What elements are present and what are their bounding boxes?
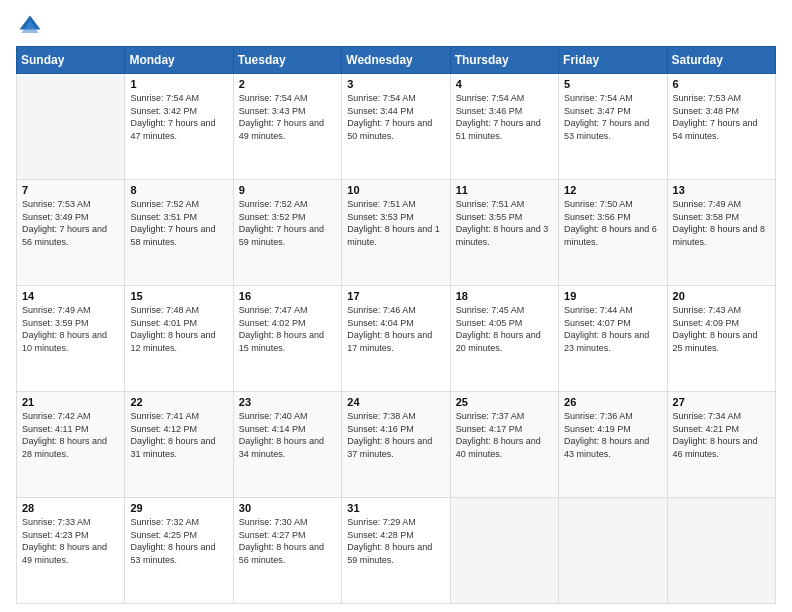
weekday-header-monday: Monday [125, 47, 233, 74]
day-number: 15 [130, 290, 227, 302]
day-number: 18 [456, 290, 553, 302]
weekday-header-row: SundayMondayTuesdayWednesdayThursdayFrid… [17, 47, 776, 74]
cell-info: Sunrise: 7:43 AMSunset: 4:09 PMDaylight:… [673, 304, 770, 354]
day-number: 29 [130, 502, 227, 514]
cell-info: Sunrise: 7:53 AMSunset: 3:49 PMDaylight:… [22, 198, 119, 248]
calendar-cell [450, 498, 558, 604]
day-number: 28 [22, 502, 119, 514]
calendar-cell: 13Sunrise: 7:49 AMSunset: 3:58 PMDayligh… [667, 180, 775, 286]
cell-info: Sunrise: 7:29 AMSunset: 4:28 PMDaylight:… [347, 516, 444, 566]
cell-info: Sunrise: 7:54 AMSunset: 3:46 PMDaylight:… [456, 92, 553, 142]
day-number: 2 [239, 78, 336, 90]
calendar-cell: 24Sunrise: 7:38 AMSunset: 4:16 PMDayligh… [342, 392, 450, 498]
calendar-cell: 26Sunrise: 7:36 AMSunset: 4:19 PMDayligh… [559, 392, 667, 498]
cell-info: Sunrise: 7:32 AMSunset: 4:25 PMDaylight:… [130, 516, 227, 566]
calendar-cell [17, 74, 125, 180]
day-number: 6 [673, 78, 770, 90]
calendar-cell [559, 498, 667, 604]
weekday-header-friday: Friday [559, 47, 667, 74]
cell-info: Sunrise: 7:40 AMSunset: 4:14 PMDaylight:… [239, 410, 336, 460]
cell-info: Sunrise: 7:54 AMSunset: 3:43 PMDaylight:… [239, 92, 336, 142]
day-number: 23 [239, 396, 336, 408]
day-number: 10 [347, 184, 444, 196]
cell-info: Sunrise: 7:46 AMSunset: 4:04 PMDaylight:… [347, 304, 444, 354]
calendar-cell: 15Sunrise: 7:48 AMSunset: 4:01 PMDayligh… [125, 286, 233, 392]
day-number: 4 [456, 78, 553, 90]
cell-info: Sunrise: 7:49 AMSunset: 3:59 PMDaylight:… [22, 304, 119, 354]
cell-info: Sunrise: 7:51 AMSunset: 3:55 PMDaylight:… [456, 198, 553, 248]
cell-info: Sunrise: 7:54 AMSunset: 3:47 PMDaylight:… [564, 92, 661, 142]
logo [16, 12, 48, 40]
calendar-cell: 7Sunrise: 7:53 AMSunset: 3:49 PMDaylight… [17, 180, 125, 286]
cell-info: Sunrise: 7:38 AMSunset: 4:16 PMDaylight:… [347, 410, 444, 460]
calendar-week-row: 21Sunrise: 7:42 AMSunset: 4:11 PMDayligh… [17, 392, 776, 498]
day-number: 1 [130, 78, 227, 90]
calendar-table: SundayMondayTuesdayWednesdayThursdayFrid… [16, 46, 776, 604]
cell-info: Sunrise: 7:30 AMSunset: 4:27 PMDaylight:… [239, 516, 336, 566]
weekday-header-sunday: Sunday [17, 47, 125, 74]
calendar-cell: 18Sunrise: 7:45 AMSunset: 4:05 PMDayligh… [450, 286, 558, 392]
weekday-header-saturday: Saturday [667, 47, 775, 74]
cell-info: Sunrise: 7:36 AMSunset: 4:19 PMDaylight:… [564, 410, 661, 460]
calendar-cell: 17Sunrise: 7:46 AMSunset: 4:04 PMDayligh… [342, 286, 450, 392]
calendar-cell: 31Sunrise: 7:29 AMSunset: 4:28 PMDayligh… [342, 498, 450, 604]
calendar-cell: 19Sunrise: 7:44 AMSunset: 4:07 PMDayligh… [559, 286, 667, 392]
cell-info: Sunrise: 7:33 AMSunset: 4:23 PMDaylight:… [22, 516, 119, 566]
calendar-cell: 12Sunrise: 7:50 AMSunset: 3:56 PMDayligh… [559, 180, 667, 286]
calendar-cell: 9Sunrise: 7:52 AMSunset: 3:52 PMDaylight… [233, 180, 341, 286]
calendar-cell: 14Sunrise: 7:49 AMSunset: 3:59 PMDayligh… [17, 286, 125, 392]
day-number: 8 [130, 184, 227, 196]
calendar-week-row: 28Sunrise: 7:33 AMSunset: 4:23 PMDayligh… [17, 498, 776, 604]
calendar-cell: 23Sunrise: 7:40 AMSunset: 4:14 PMDayligh… [233, 392, 341, 498]
cell-info: Sunrise: 7:51 AMSunset: 3:53 PMDaylight:… [347, 198, 444, 248]
calendar-week-row: 7Sunrise: 7:53 AMSunset: 3:49 PMDaylight… [17, 180, 776, 286]
calendar-cell: 30Sunrise: 7:30 AMSunset: 4:27 PMDayligh… [233, 498, 341, 604]
logo-icon [16, 12, 44, 40]
day-number: 22 [130, 396, 227, 408]
cell-info: Sunrise: 7:34 AMSunset: 4:21 PMDaylight:… [673, 410, 770, 460]
cell-info: Sunrise: 7:52 AMSunset: 3:51 PMDaylight:… [130, 198, 227, 248]
cell-info: Sunrise: 7:37 AMSunset: 4:17 PMDaylight:… [456, 410, 553, 460]
day-number: 25 [456, 396, 553, 408]
day-number: 30 [239, 502, 336, 514]
cell-info: Sunrise: 7:45 AMSunset: 4:05 PMDaylight:… [456, 304, 553, 354]
cell-info: Sunrise: 7:49 AMSunset: 3:58 PMDaylight:… [673, 198, 770, 248]
day-number: 12 [564, 184, 661, 196]
cell-info: Sunrise: 7:48 AMSunset: 4:01 PMDaylight:… [130, 304, 227, 354]
day-number: 11 [456, 184, 553, 196]
calendar-cell: 21Sunrise: 7:42 AMSunset: 4:11 PMDayligh… [17, 392, 125, 498]
day-number: 31 [347, 502, 444, 514]
weekday-header-thursday: Thursday [450, 47, 558, 74]
day-number: 17 [347, 290, 444, 302]
day-number: 9 [239, 184, 336, 196]
calendar-cell: 29Sunrise: 7:32 AMSunset: 4:25 PMDayligh… [125, 498, 233, 604]
day-number: 21 [22, 396, 119, 408]
calendar-cell [667, 498, 775, 604]
calendar-cell: 6Sunrise: 7:53 AMSunset: 3:48 PMDaylight… [667, 74, 775, 180]
header [16, 12, 776, 40]
cell-info: Sunrise: 7:50 AMSunset: 3:56 PMDaylight:… [564, 198, 661, 248]
page: SundayMondayTuesdayWednesdayThursdayFrid… [0, 0, 792, 612]
cell-info: Sunrise: 7:52 AMSunset: 3:52 PMDaylight:… [239, 198, 336, 248]
day-number: 14 [22, 290, 119, 302]
calendar-cell: 11Sunrise: 7:51 AMSunset: 3:55 PMDayligh… [450, 180, 558, 286]
calendar-cell: 1Sunrise: 7:54 AMSunset: 3:42 PMDaylight… [125, 74, 233, 180]
weekday-header-wednesday: Wednesday [342, 47, 450, 74]
cell-info: Sunrise: 7:42 AMSunset: 4:11 PMDaylight:… [22, 410, 119, 460]
cell-info: Sunrise: 7:41 AMSunset: 4:12 PMDaylight:… [130, 410, 227, 460]
calendar-week-row: 1Sunrise: 7:54 AMSunset: 3:42 PMDaylight… [17, 74, 776, 180]
calendar-cell: 27Sunrise: 7:34 AMSunset: 4:21 PMDayligh… [667, 392, 775, 498]
day-number: 16 [239, 290, 336, 302]
day-number: 3 [347, 78, 444, 90]
cell-info: Sunrise: 7:54 AMSunset: 3:44 PMDaylight:… [347, 92, 444, 142]
cell-info: Sunrise: 7:54 AMSunset: 3:42 PMDaylight:… [130, 92, 227, 142]
calendar-cell: 5Sunrise: 7:54 AMSunset: 3:47 PMDaylight… [559, 74, 667, 180]
calendar-cell: 8Sunrise: 7:52 AMSunset: 3:51 PMDaylight… [125, 180, 233, 286]
day-number: 27 [673, 396, 770, 408]
calendar-cell: 25Sunrise: 7:37 AMSunset: 4:17 PMDayligh… [450, 392, 558, 498]
calendar-cell: 20Sunrise: 7:43 AMSunset: 4:09 PMDayligh… [667, 286, 775, 392]
day-number: 20 [673, 290, 770, 302]
day-number: 19 [564, 290, 661, 302]
calendar-cell: 22Sunrise: 7:41 AMSunset: 4:12 PMDayligh… [125, 392, 233, 498]
cell-info: Sunrise: 7:53 AMSunset: 3:48 PMDaylight:… [673, 92, 770, 142]
